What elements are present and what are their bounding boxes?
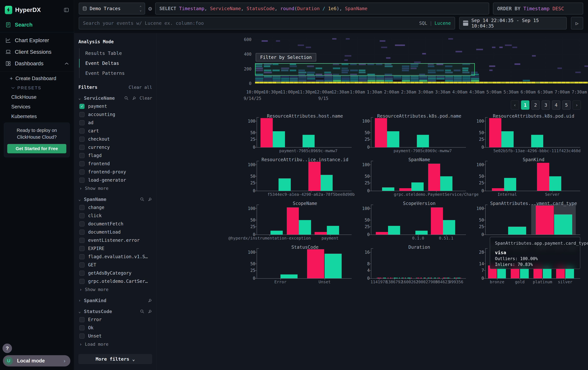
minichart-2[interactable]: ResourceAttributes.k8s.pod.uid100502505e… (475, 113, 582, 156)
minichart-6[interactable]: ScopeName10050250@hyperdx/instrumentatio… (247, 201, 353, 243)
bar-outliers[interactable] (428, 164, 440, 191)
checkbox-unchecked[interactable] (79, 120, 84, 125)
filter-option-currency[interactable]: currency (78, 143, 152, 151)
checkbox-unchecked[interactable] (79, 128, 84, 133)
sidebar-item-services[interactable]: Services (0, 102, 74, 112)
bar-inliers[interactable] (554, 214, 572, 235)
bar-outliers[interactable] (287, 207, 299, 235)
page-button-5[interactable]: 5 (562, 100, 571, 110)
filter-option-grpc-oteldemo-cartservic-[interactable]: grpc.oteldemo.CartServic… (78, 277, 152, 285)
checkbox-unchecked[interactable] (79, 178, 84, 183)
bar-outliers[interactable] (537, 163, 549, 191)
filter-section-header-spankind[interactable]: ›SpanKind (78, 298, 152, 303)
minichart-4[interactable]: SpanName10050250grpc.oteldemo.PaymentSer… (361, 157, 467, 199)
minichart-0[interactable]: ResourceAttributes.host.name10050250paym… (247, 113, 353, 156)
bar-inliers[interactable] (325, 254, 342, 278)
filter-option-eventlistener-error[interactable]: eventListener.error (78, 236, 152, 244)
minichart-7[interactable]: ScopeVersion100502500.1.00.51.1 (361, 201, 467, 243)
gear-icon[interactable]: ⚙︎ (148, 5, 152, 12)
bar-outliers[interactable] (492, 188, 504, 191)
filter-option-getadsbycategory[interactable]: getAdsByCategory (78, 269, 152, 277)
checkbox-checked[interactable]: ✓ (79, 104, 84, 109)
checkbox-unchecked[interactable] (79, 262, 84, 268)
sidebar-item-client-sessions[interactable]: Client Sessions (0, 46, 74, 58)
clear-all-button[interactable]: Clear all (129, 85, 152, 90)
local-mode-menu[interactable]: U Local mode › (3, 355, 70, 366)
bar-inliers[interactable] (501, 131, 514, 147)
checkbox-unchecked[interactable] (79, 246, 84, 251)
minichart-8[interactable]: SpanAttributes...yment.card_type10050250 (475, 201, 582, 243)
mode-lucene-toggle[interactable]: Lucene (435, 20, 451, 26)
search-input[interactable] (83, 20, 419, 26)
bar-inliers[interactable] (411, 182, 424, 191)
bar-outliers[interactable] (376, 232, 388, 235)
run-query-button[interactable]: ▷ (571, 17, 583, 30)
filter-option-ok[interactable]: Ok (78, 324, 152, 332)
sql-select-input[interactable]: SELECT Timestamp, ServiceName, StatusCod… (155, 3, 489, 14)
checkbox-unchecked[interactable] (79, 270, 84, 276)
mode-sql-toggle[interactable]: SQL (419, 20, 427, 26)
page-prev-button[interactable]: ‹ (511, 100, 519, 110)
filter-option-frontend-proxy[interactable]: frontend-proxy (78, 168, 152, 176)
minichart-10[interactable]: Duration16840114197813867921600267200027… (361, 245, 467, 287)
filter-option-flagd[interactable]: flagd (78, 151, 152, 160)
search-icon[interactable] (140, 197, 144, 201)
order-by-input[interactable]: ORDER BY Timestamp DESC (493, 3, 583, 14)
bar-inliers[interactable] (281, 274, 298, 278)
pin-icon[interactable] (132, 96, 136, 100)
bar-outliers[interactable] (315, 232, 327, 235)
checkbox-unchecked[interactable] (79, 213, 84, 218)
bar-inliers[interactable] (382, 187, 394, 191)
bar-inliers[interactable] (531, 135, 543, 147)
page-button-3[interactable]: 3 (542, 100, 550, 110)
get-started-button[interactable]: Get Started for Free (7, 144, 66, 153)
bar-outliers[interactable] (431, 207, 443, 235)
bar-outliers[interactable] (261, 118, 273, 147)
time-range-picker[interactable]: Sep 14 22:04:35 - Sep 15 10:04:35 (459, 17, 567, 30)
checkbox-unchecked[interactable] (79, 137, 84, 142)
filter-section-header-spanname[interactable]: ⌄SpanName (78, 197, 152, 202)
bar-inliers[interactable] (508, 227, 526, 235)
bar-outliers[interactable] (307, 249, 324, 278)
page-button-2[interactable]: 2 (531, 100, 540, 110)
filter-option-cart[interactable]: cart (78, 127, 152, 135)
bar-inliers[interactable] (279, 178, 291, 191)
filter-option-unset[interactable]: Unset (78, 332, 152, 340)
search-icon[interactable] (124, 96, 129, 100)
page-button-4[interactable]: 4 (552, 100, 560, 110)
filter-option-get[interactable]: GET (78, 261, 152, 269)
create-dashboard-button[interactable]: + Create Dashboard (0, 73, 74, 83)
search-icon[interactable] (140, 309, 144, 314)
checkbox-unchecked[interactable] (79, 112, 84, 117)
show-more-link[interactable]: ›Show more (78, 285, 152, 292)
bar-outliers[interactable] (399, 188, 411, 191)
filter-option-change[interactable]: change (78, 203, 152, 211)
filter-by-selection-button[interactable]: Filter by Selection (256, 53, 316, 61)
bar-inliers[interactable] (415, 231, 428, 235)
filter-option-checkout[interactable]: checkout (78, 135, 152, 143)
bar-inliers[interactable] (440, 176, 452, 191)
filter-section-header-statuscode[interactable]: ⌄StatusCode (78, 309, 152, 314)
bar-inliers[interactable] (387, 131, 399, 147)
checkbox-unchecked[interactable] (79, 238, 84, 243)
heatmap-selection-box[interactable] (255, 63, 475, 76)
checkbox-unchecked[interactable] (79, 317, 84, 322)
page-next-button[interactable]: › (573, 100, 581, 110)
sidebar-item-kubernetes[interactable]: Kubernetes (0, 112, 74, 121)
filter-option-error[interactable]: Error (78, 315, 152, 324)
bar-inliers[interactable] (321, 175, 333, 191)
filter-option-expire[interactable]: EXPIRE (78, 244, 152, 253)
bar-inliers[interactable] (303, 135, 315, 147)
filter-option-documentload[interactable]: documentLoad (78, 228, 152, 236)
bar-inliers[interactable] (327, 226, 339, 235)
minichart-3[interactable]: ResourceAttribu..ice.instance.id10050250… (247, 157, 353, 199)
help-button[interactable]: ? (3, 344, 12, 353)
minichart-1[interactable]: ResourceAttributes.k8s.pod.name10050250p… (361, 113, 467, 156)
analysis-mode-option-results-table[interactable]: Results Table (80, 48, 152, 58)
bar-inliers[interactable] (504, 178, 516, 191)
bar-inliers[interactable] (273, 131, 285, 147)
checkbox-unchecked[interactable] (79, 170, 84, 175)
checkbox-unchecked[interactable] (79, 221, 84, 227)
checkbox-unchecked[interactable] (79, 254, 84, 259)
bar-outliers[interactable] (489, 118, 501, 147)
